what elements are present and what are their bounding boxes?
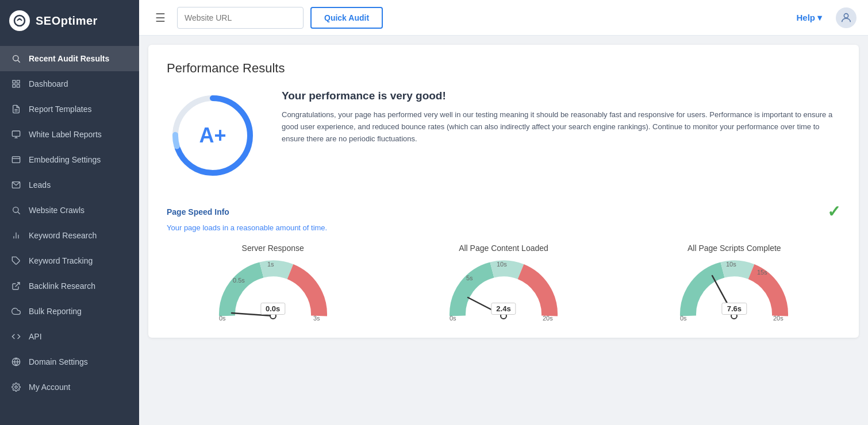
- svg-point-16: [13, 207, 18, 212]
- gauge-wrap-server: 0s 0.5s 1s 3s 0.0s: [216, 258, 331, 322]
- quick-audit-button[interactable]: Quick Audit: [310, 7, 383, 29]
- help-label: Help: [796, 13, 815, 22]
- content-panel: Performance Results A+: [148, 45, 859, 338]
- performance-header: A+ Your performance is very good! Congra…: [167, 90, 840, 181]
- sidebar-item-label: Recent Audit Results: [29, 54, 109, 63]
- hamburger-button[interactable]: ☰: [151, 9, 170, 27]
- sidebar-item-label: Leads: [29, 180, 51, 190]
- svg-line-17: [18, 212, 20, 214]
- svg-text:10s: 10s: [726, 261, 736, 268]
- sidebar-item-label: Bulk Reporting: [29, 307, 82, 316]
- performance-description: Congratulations, your page has performed…: [282, 109, 840, 145]
- grade-circle: A+: [167, 90, 259, 181]
- svg-text:3s: 3s: [313, 315, 320, 322]
- performance-headline: Your performance is very good!: [282, 90, 840, 102]
- globe-icon: [10, 356, 22, 368]
- sidebar-navigation: Recent Audit Results Dashboard Report Te…: [0, 41, 139, 404]
- svg-line-22: [16, 283, 20, 287]
- section-title: Performance Results: [167, 61, 840, 76]
- content-area: Performance Results A+: [139, 36, 868, 425]
- sidebar-item-label: Dashboard: [29, 79, 68, 88]
- sidebar-item-label: Keyword Tracking: [29, 256, 93, 265]
- svg-text:20s: 20s: [773, 315, 783, 322]
- svg-text:10s: 10s: [497, 261, 507, 268]
- svg-text:0s: 0s: [219, 315, 226, 322]
- sidebar-item-label: Domain Settings: [29, 357, 88, 366]
- svg-point-0: [14, 16, 25, 26]
- bar-chart-icon: [10, 230, 22, 241]
- gear-icon: [10, 381, 22, 393]
- svg-text:20s: 20s: [543, 315, 553, 322]
- svg-text:1s: 1s: [267, 261, 274, 268]
- svg-rect-13: [12, 157, 20, 163]
- svg-line-3: [18, 60, 20, 63]
- tag-icon: [10, 255, 22, 266]
- sidebar-item-label: Embedding Settings: [29, 155, 101, 164]
- gauge-scripts-complete: All Page Scripts Complete 0s: [628, 244, 840, 322]
- user-avatar[interactable]: [836, 7, 857, 28]
- gauge-value-server: 0.0s: [260, 303, 285, 315]
- svg-rect-6: [13, 84, 16, 87]
- grade-letter: A+: [199, 123, 226, 148]
- gauge-value-content: 2.4s: [491, 303, 516, 315]
- sidebar-item-embedding[interactable]: Embedding Settings: [0, 147, 139, 172]
- sidebar-item-recent-audit[interactable]: Recent Audit Results: [0, 46, 139, 71]
- mail-icon: [10, 179, 22, 191]
- page-speed-header: Page Speed Info ✓: [167, 202, 840, 221]
- svg-text:0.5s: 0.5s: [233, 277, 245, 284]
- page-speed-subtitle: Your page loads in a reasonable amount o…: [167, 223, 840, 232]
- svg-text:0s: 0s: [680, 315, 687, 322]
- code-icon: [10, 331, 22, 342]
- svg-point-1: [19, 18, 21, 20]
- gauge-value-scripts: 7.6s: [722, 303, 747, 315]
- sidebar-item-dashboard[interactable]: Dashboard: [0, 71, 139, 96]
- sidebar-item-my-account[interactable]: My Account: [0, 374, 139, 400]
- help-button[interactable]: Help ▾: [796, 13, 822, 23]
- page-speed-title: Page Speed Info: [167, 207, 229, 217]
- gauge-server-response: Server Response 0s 0.: [167, 244, 379, 322]
- sidebar-item-domain-settings[interactable]: Domain Settings: [0, 349, 139, 374]
- url-input[interactable]: [177, 7, 304, 29]
- svg-text:5s: 5s: [466, 275, 473, 281]
- sidebar-item-bulk-reporting[interactable]: Bulk Reporting: [0, 299, 139, 324]
- search-icon: [10, 53, 22, 64]
- sidebar: SEOptimer Recent Audit Results Dashboard…: [0, 0, 139, 425]
- help-arrow-icon: ▾: [817, 13, 822, 23]
- gauge-label-content: All Page Content Loaded: [459, 244, 548, 253]
- sidebar-item-api[interactable]: API: [0, 324, 139, 349]
- svg-text:0s: 0s: [450, 315, 456, 322]
- monitor-icon: [10, 129, 22, 140]
- svg-point-26: [844, 13, 848, 17]
- svg-rect-4: [13, 80, 16, 83]
- sidebar-item-keyword-research[interactable]: Keyword Research: [0, 223, 139, 248]
- logo-text: SEOptimer: [36, 14, 98, 28]
- sidebar-item-white-label[interactable]: White Label Reports: [0, 122, 139, 147]
- sidebar-item-keyword-tracking[interactable]: Keyword Tracking: [0, 248, 139, 273]
- sidebar-item-report-templates[interactable]: Report Templates: [0, 96, 139, 122]
- sidebar-item-backlink-research[interactable]: Backlink Research: [0, 273, 139, 299]
- svg-point-25: [15, 386, 17, 388]
- svg-text:15s: 15s: [757, 269, 767, 276]
- logo-icon: [9, 10, 30, 31]
- gauge-wrap-scripts: 0s 10s 15s 20s 7.6s: [677, 258, 792, 322]
- sidebar-item-leads[interactable]: Leads: [0, 172, 139, 198]
- svg-rect-10: [12, 131, 20, 136]
- sidebar-item-label: My Account: [29, 382, 70, 392]
- svg-point-2: [13, 56, 18, 61]
- gauge-content-loaded: All Page Content Loaded 0s: [397, 244, 609, 322]
- sidebar-item-label: Keyword Research: [29, 231, 97, 240]
- sidebar-item-website-crawls[interactable]: Website Crawls: [0, 198, 139, 223]
- sidebar-item-label: Report Templates: [29, 105, 91, 114]
- gauge-wrap-content: 0s 5s 10s 20s 2.4s: [446, 258, 561, 322]
- header: ☰ Quick Audit Help ▾: [139, 0, 868, 36]
- checkmark-icon: ✓: [827, 202, 840, 221]
- file-edit-icon: [10, 103, 22, 115]
- sidebar-item-label: Website Crawls: [29, 206, 85, 215]
- page-speed-section: Page Speed Info ✓ Your page loads in a r…: [167, 202, 840, 322]
- cloud-icon: [10, 306, 22, 317]
- performance-text: Your performance is very good! Congratul…: [282, 90, 840, 145]
- grid-icon: [10, 78, 22, 90]
- sidebar-item-label: API: [29, 332, 42, 341]
- search-circle-icon: [10, 204, 22, 216]
- external-link-icon: [10, 280, 22, 292]
